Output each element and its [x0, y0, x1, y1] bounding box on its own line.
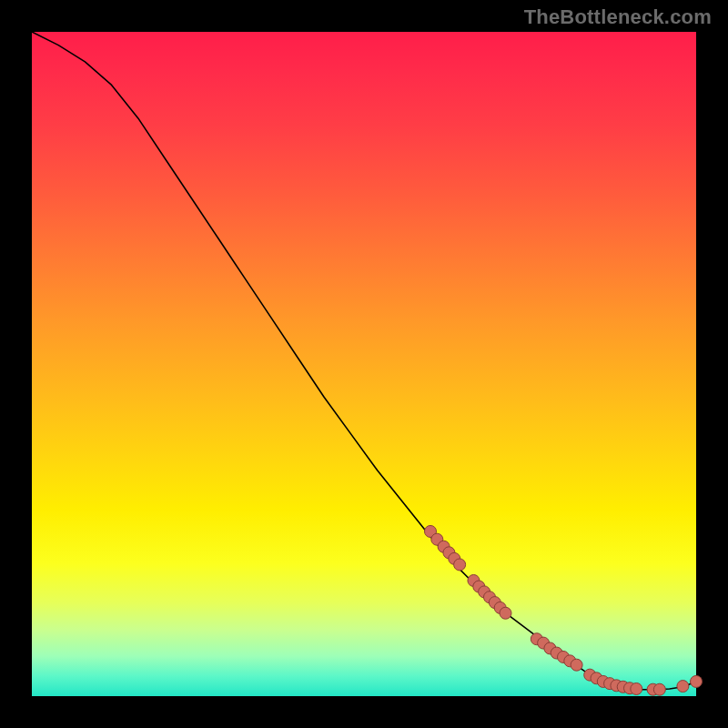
scatter-dots: [425, 525, 703, 695]
scatter-dot: [571, 659, 582, 671]
plot-area: [32, 32, 696, 696]
scatter-dot: [653, 683, 665, 695]
scatter-dot: [631, 682, 642, 694]
scatter-dot: [677, 681, 689, 693]
scatter-dot: [500, 607, 511, 619]
chart-frame: TheBottleneck.com: [0, 0, 728, 728]
scatter-dot: [454, 559, 466, 571]
scatter-dot: [691, 675, 703, 687]
watermark-text: TheBottleneck.com: [524, 5, 712, 29]
chart-svg: [32, 32, 696, 696]
curve-line: [32, 32, 696, 690]
